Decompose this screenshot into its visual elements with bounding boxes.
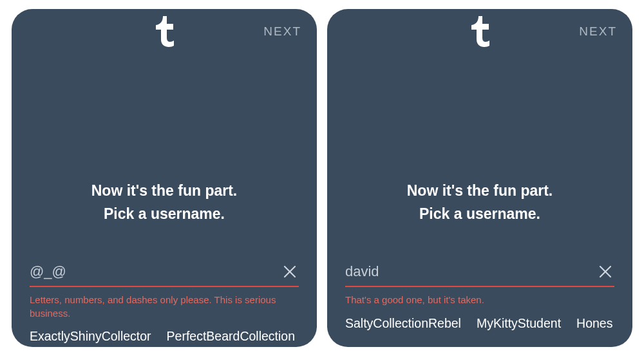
username-suggestion[interactable]: Hones — [576, 316, 612, 331]
username-suggestions-row: ExactlyShinyCollector PerfectBeardCollec… — [12, 329, 317, 344]
signup-screen-left: NEXT Now it's the fun part. Pick a usern… — [12, 9, 317, 347]
top-bar: NEXT — [327, 9, 632, 54]
field-underline-error — [30, 286, 299, 287]
validation-error-message: That's a good one, but it's taken. — [327, 294, 632, 306]
username-suggestion[interactable]: PerfectBeardCollection — [167, 329, 295, 344]
next-button[interactable]: NEXT — [579, 9, 617, 54]
username-suggestion[interactable]: MyKittyStudent — [477, 316, 561, 331]
tumblr-logo-icon — [155, 16, 174, 47]
username-suggestion[interactable]: SaltyCollectionRebel — [345, 316, 461, 331]
username-field-row: david — [345, 259, 614, 285]
headline-line-1: Now it's the fun part. — [24, 180, 304, 203]
username-field-row: @_@ — [30, 259, 299, 285]
close-icon — [283, 265, 296, 278]
username-field-wrap: @_@ — [12, 259, 317, 287]
signup-screen-right: NEXT Now it's the fun part. Pick a usern… — [327, 9, 632, 347]
field-underline-error — [345, 286, 614, 287]
username-suggestions-row: SaltyCollectionRebel MyKittyStudent Hone… — [327, 316, 632, 331]
validation-error-message: Letters, numbers, and dashes only please… — [12, 294, 317, 320]
clear-input-button[interactable] — [596, 263, 614, 281]
username-field-wrap: david — [327, 259, 632, 287]
headline-line-1: Now it's the fun part. — [340, 180, 620, 203]
next-button[interactable]: NEXT — [263, 9, 301, 54]
close-icon — [599, 265, 612, 278]
username-input[interactable]: @_@ — [30, 263, 281, 280]
headline: Now it's the fun part. Pick a username. — [12, 180, 317, 225]
canvas: NEXT Now it's the fun part. Pick a usern… — [0, 0, 644, 356]
headline: Now it's the fun part. Pick a username. — [327, 180, 632, 225]
tumblr-logo-icon — [470, 16, 489, 47]
clear-input-button[interactable] — [281, 263, 299, 281]
headline-line-2: Pick a username. — [24, 203, 304, 226]
headline-line-2: Pick a username. — [340, 203, 620, 226]
username-suggestion[interactable]: ExactlyShinyCollector — [30, 329, 151, 344]
username-input[interactable]: david — [345, 263, 596, 280]
top-bar: NEXT — [12, 9, 317, 54]
